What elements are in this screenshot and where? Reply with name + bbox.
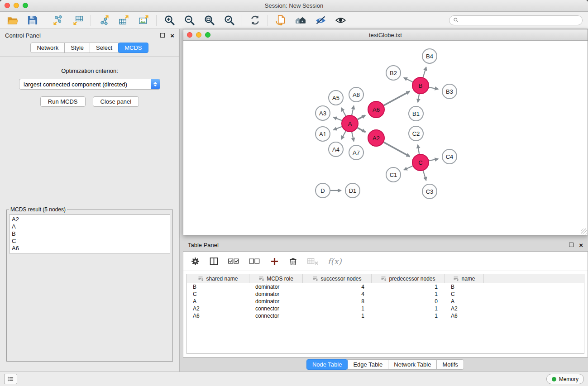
mcds-result-list[interactable]: A2ABCA6	[9, 214, 170, 253]
network-canvas[interactable]: B4B2BB3A5A8A6A3B1AC2A1A2A4A7C4CC1C3DD1	[183, 41, 588, 235]
zoom-fit-button[interactable]	[202, 14, 216, 27]
graph-edge-A-A7[interactable]	[352, 132, 354, 142]
cell-predecessor-nodes: 1	[372, 291, 445, 297]
resize-grip[interactable]	[581, 229, 587, 234]
table-row-C[interactable]: Cdominator41C	[187, 291, 584, 298]
zoom-out-button[interactable]	[182, 14, 196, 27]
home-view-button[interactable]	[294, 14, 307, 27]
table-tab-motifs[interactable]: Motifs	[436, 359, 464, 370]
column-header-MCDS-role[interactable]: MCDS role	[249, 274, 303, 283]
control-panel-tab-select[interactable]: Select	[90, 43, 119, 53]
column-type-icon	[198, 276, 204, 281]
graph-edge-B-B2[interactable]	[404, 78, 413, 82]
column-header-successor-nodes[interactable]: successor nodes	[303, 274, 372, 283]
table-panel-tabs: Node TableEdge TableNetwork TableMotifs	[183, 357, 588, 372]
graph-edge-A-A3[interactable]	[333, 117, 342, 120]
open-session-button[interactable]	[5, 14, 19, 27]
table-row-A[interactable]: Adominator80A	[187, 298, 584, 305]
zoom-in-button[interactable]	[163, 14, 176, 27]
clear-selection-button[interactable]	[249, 257, 260, 266]
mcds-result-item-c[interactable]: C	[12, 238, 167, 245]
save-session-button[interactable]	[25, 14, 39, 27]
close-window-button[interactable]	[5, 3, 10, 8]
delete-column-button[interactable]	[288, 257, 298, 266]
function-builder-button[interactable]: f(x)	[328, 257, 342, 266]
zoom-window-button[interactable]	[23, 3, 28, 8]
optimization-criterion-dropdown[interactable]: largest connected component (directed)	[19, 79, 160, 90]
mcds-result-item-b[interactable]: B	[12, 230, 167, 238]
table-row-B[interactable]: Bdominator41B	[187, 283, 584, 291]
memory-button[interactable]: Memory	[546, 374, 584, 384]
select-all-button[interactable]	[228, 257, 239, 266]
search-input[interactable]	[461, 17, 578, 24]
mcds-result-item-a2[interactable]: A2	[12, 216, 167, 223]
toolbar-group	[5, 14, 39, 27]
mcds-result-item-a6[interactable]: A6	[12, 245, 167, 252]
close-panel-icon[interactable]: ×	[170, 32, 174, 39]
cell-predecessor-nodes: 1	[372, 284, 445, 290]
run-mcds-button[interactable]: Run MCDS	[40, 96, 86, 107]
node-label-C2: C2	[412, 130, 420, 137]
table-row-A6[interactable]: A6connector11A6	[187, 312, 584, 319]
column-header-label: shared name	[206, 276, 238, 282]
column-header-name[interactable]: name	[445, 274, 484, 283]
float-panel-icon[interactable]	[160, 33, 165, 38]
import-network-button[interactable]	[51, 14, 65, 27]
table-tab-edge-table[interactable]: Edge Table	[347, 359, 388, 370]
close-table-panel-icon[interactable]: ×	[579, 242, 583, 248]
optimization-criterion-label: Optimization criterion:	[5, 67, 174, 74]
graph-edge-B-B4[interactable]	[423, 67, 426, 77]
document-export-button[interactable]	[274, 14, 287, 27]
control-panel-tab-network[interactable]: Network	[30, 43, 65, 53]
control-panel-tab-style[interactable]: Style	[64, 43, 90, 53]
column-header-shared-name[interactable]: shared name	[187, 274, 249, 283]
network-zoom-button[interactable]	[205, 32, 210, 38]
cell-shared-name: A6	[187, 313, 249, 319]
graph-edge-A-A6[interactable]	[358, 115, 365, 119]
graph-edge-A2-C[interactable]	[384, 142, 410, 157]
graph-edge-C-C1[interactable]	[404, 166, 413, 170]
show-graphics-details-button[interactable]	[334, 14, 347, 27]
control-panel-tab-mcds[interactable]: MCDS	[118, 43, 148, 53]
search-box[interactable]	[449, 15, 583, 25]
minimize-window-button[interactable]	[14, 3, 19, 8]
node-label-D: D	[320, 187, 325, 194]
table-tab-network-table[interactable]: Network Table	[388, 359, 437, 370]
graph-edge-B-B3[interactable]	[429, 87, 439, 89]
graph-edge-C-C2[interactable]	[418, 145, 419, 154]
network-close-button[interactable]	[187, 32, 192, 38]
graph-edge-A-A1[interactable]	[333, 127, 342, 130]
task-history-button[interactable]	[4, 374, 17, 384]
right-column: testGlobe.txt B4B2BB3A5A8A6A3B1AC2A1A2A4…	[180, 29, 588, 372]
graph-edge-B-B1[interactable]	[418, 94, 419, 103]
graph-edge-A-A5[interactable]	[341, 108, 346, 116]
gear-button[interactable]	[191, 257, 200, 266]
graph-edge-A-A4[interactable]	[341, 131, 346, 139]
table-tab-node-table[interactable]: Node Table	[306, 359, 348, 370]
toolbar-group	[51, 14, 85, 27]
export-image-button[interactable]	[137, 14, 150, 27]
split-view-button[interactable]	[209, 257, 219, 266]
graph-edge-A-A8[interactable]	[352, 105, 354, 115]
graph-edge-C-C4[interactable]	[429, 159, 439, 161]
hide-graphics-details-button[interactable]	[314, 14, 327, 27]
add-column-button[interactable]	[270, 257, 279, 266]
export-table-button[interactable]	[117, 14, 130, 27]
cell-successor-nodes: 8	[303, 298, 372, 305]
graph-edge-C-C3[interactable]	[423, 171, 426, 181]
graph-edge-A6-B[interactable]	[384, 91, 410, 105]
graph-edge-A-A2[interactable]	[358, 128, 366, 132]
export-network-button[interactable]	[97, 14, 110, 27]
mcds-result-item-a[interactable]: A	[12, 223, 167, 230]
refresh-layout-button[interactable]	[248, 14, 262, 27]
table-row-A2[interactable]: A2connector11A2	[187, 305, 584, 312]
zoom-selected-button[interactable]	[222, 14, 236, 27]
node-label-C3: C3	[426, 188, 434, 195]
network-minimize-button[interactable]	[196, 32, 201, 38]
toolbar-icon-groups	[5, 14, 347, 27]
float-table-panel-icon[interactable]	[569, 243, 574, 247]
close-panel-button[interactable]: Close panel	[93, 96, 139, 107]
table-body: Bdominator41BCdominator41CAdominator80AA…	[187, 283, 584, 319]
import-table-button[interactable]	[71, 14, 85, 27]
column-header-predecessor-nodes[interactable]: predecessor nodes	[372, 274, 445, 283]
